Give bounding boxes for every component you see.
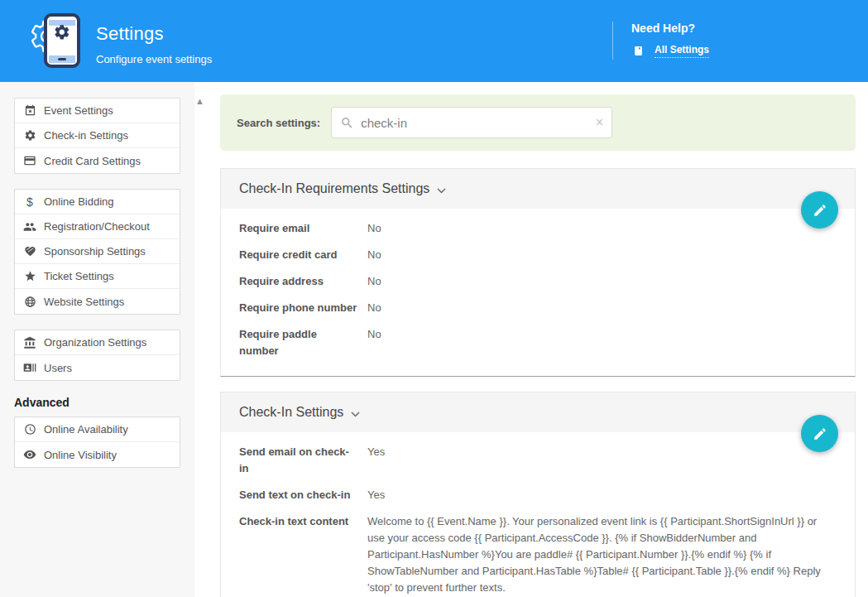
main-content: Search settings: × Check-In Requirements… — [220, 82, 856, 597]
page-title: Settings — [96, 23, 212, 45]
sidebar-group: $ Online Bidding Registration/Checkout S… — [14, 189, 180, 315]
setting-row: Require credit card No — [239, 242, 830, 268]
advanced-section-heading: Advanced — [14, 396, 194, 409]
sidebar-item-label: Sponsorship Settings — [44, 245, 146, 258]
sidebar-item-label: Check-in Settings — [44, 129, 128, 142]
sidebar-main-groups: Event Settings Check-in Settings Credit … — [0, 98, 194, 381]
contact-card-icon — [23, 361, 36, 374]
all-settings-link[interactable]: All Settings — [655, 44, 709, 58]
chevron-down-icon — [437, 188, 446, 194]
setting-label: Require paddle number — [239, 326, 367, 359]
setting-label: Require phone number — [239, 300, 367, 316]
need-help-title: Need Help? — [631, 22, 709, 35]
heart-icon — [23, 245, 36, 258]
page-subtitle: Configure event settings — [96, 53, 212, 65]
search-box: × — [331, 107, 612, 138]
sidebar-group: Online Availability Online Visibility — [14, 416, 180, 468]
setting-value: No — [367, 300, 830, 316]
credit-card-icon — [23, 154, 36, 167]
pencil-icon — [813, 426, 827, 441]
section-title: Check-In Requirements Settings — [239, 181, 429, 196]
sidebar-item-label: Organization Settings — [44, 336, 146, 349]
sidebar-item-online-visibility[interactable]: Online Visibility — [15, 442, 180, 467]
search-input[interactable] — [354, 108, 611, 137]
sidebar-item-registration-checkout[interactable]: Registration/Checkout — [15, 214, 180, 239]
setting-row: Require email No — [239, 215, 830, 242]
setting-label: Check-in text content — [239, 513, 367, 596]
section-card-check-in-requirements-settings: Check-In Requirements Settings Require e… — [220, 168, 856, 377]
section-body: Require email No Require credit card No … — [221, 209, 855, 376]
setting-value: Welcome to {{ Event.Name }}. Your person… — [367, 513, 830, 596]
book-icon — [633, 46, 644, 56]
setting-value: No — [367, 326, 830, 359]
setting-value: Yes — [367, 487, 830, 503]
sections-container: Check-In Requirements Settings Require e… — [220, 168, 856, 597]
section-header[interactable]: Check-In Requirements Settings — [221, 169, 855, 209]
setting-row: Require phone number No — [239, 295, 830, 321]
setting-row: Send text on check-in Yes — [239, 482, 830, 508]
section-title: Check-In Settings — [239, 405, 343, 420]
section-card-check-in-settings: Check-In Settings Send email on check-in… — [220, 392, 856, 597]
app-header: Settings Configure event settings Need H… — [0, 0, 868, 82]
search-settings-panel: Search settings: × — [220, 94, 856, 151]
need-help-panel: Need Help? All Settings — [612, 22, 709, 60]
sidebar-group: Organization Settings Users — [14, 330, 180, 381]
sidebar-item-label: Users — [44, 362, 72, 374]
star-icon — [23, 270, 36, 282]
sidebar-item-online-availability[interactable]: Online Availability — [15, 417, 180, 442]
clear-x-icon[interactable]: × — [596, 116, 603, 129]
eye-icon — [23, 448, 36, 461]
sidebar-group: Event Settings Check-in Settings Credit … — [14, 98, 180, 174]
setting-value: No — [367, 247, 830, 263]
sidebar-item-label: Credit Card Settings — [44, 155, 141, 167]
clock-icon — [23, 423, 36, 436]
sidebar-advanced-groups: Online Availability Online Visibility — [0, 416, 194, 468]
edit-section-button[interactable] — [801, 415, 838, 452]
chevron-down-icon — [351, 412, 360, 417]
section-body: Send email on check-in Yes Send text on … — [221, 432, 855, 597]
setting-row: Require address No — [239, 268, 830, 295]
sidebar-item-ticket-settings[interactable]: Ticket Settings — [15, 264, 180, 289]
settings-sidebar: Event Settings Check-in Settings Credit … — [0, 82, 194, 597]
sidebar-item-website-settings[interactable]: Website Settings — [15, 289, 180, 314]
bank-icon — [23, 336, 36, 349]
setting-value: No — [367, 273, 830, 290]
sidebar-item-check-in-settings[interactable]: Check-in Settings — [15, 123, 180, 148]
calendar-icon — [23, 104, 36, 117]
setting-label: Require credit card — [239, 247, 367, 263]
setting-label: Send email on check-in — [239, 444, 367, 477]
setting-row: Require paddle number No — [239, 321, 830, 364]
sidebar-item-organization-settings[interactable]: Organization Settings — [15, 330, 180, 355]
setting-label: Require address — [239, 273, 367, 290]
sidebar-item-online-bidding[interactable]: $ Online Bidding — [15, 190, 180, 214]
setting-value: No — [367, 220, 830, 237]
dollar-icon: $ — [23, 196, 36, 208]
globe-icon — [23, 296, 36, 308]
sidebar-item-users[interactable]: Users — [15, 355, 180, 380]
gear-icon — [23, 129, 36, 142]
settings-phone-logo — [20, 6, 89, 75]
sidebar-item-label: Ticket Settings — [44, 270, 114, 282]
sidebar-item-label: Online Availability — [44, 423, 128, 436]
sidebar-item-label: Website Settings — [44, 296, 124, 308]
sidebar-item-event-settings[interactable]: Event Settings — [15, 99, 180, 123]
sidebar-item-label: Online Bidding — [44, 195, 114, 208]
setting-row: Check-in text content Welcome to {{ Even… — [239, 508, 830, 597]
sidebar-item-label: Online Visibility — [44, 449, 117, 461]
sidebar-item-sponsorship-settings[interactable]: Sponsorship Settings — [15, 239, 180, 264]
search-settings-label: Search settings: — [237, 117, 320, 129]
sidebar-item-label: Event Settings — [44, 104, 113, 117]
setting-label: Send text on check-in — [239, 487, 367, 503]
section-header[interactable]: Check-In Settings — [221, 392, 855, 432]
setting-row: Send email on check-in Yes — [239, 439, 830, 482]
search-icon — [340, 116, 354, 130]
people-icon — [23, 220, 36, 234]
pencil-icon — [813, 203, 827, 218]
setting-value: Yes — [367, 444, 830, 477]
sidebar-item-label: Registration/Checkout — [44, 220, 150, 233]
sidebar-item-credit-card-settings[interactable]: Credit Card Settings — [15, 148, 180, 173]
setting-label: Require email — [239, 220, 367, 237]
triangle-up-icon[interactable]: ▲ — [195, 97, 204, 106]
edit-section-button[interactable] — [801, 191, 838, 229]
